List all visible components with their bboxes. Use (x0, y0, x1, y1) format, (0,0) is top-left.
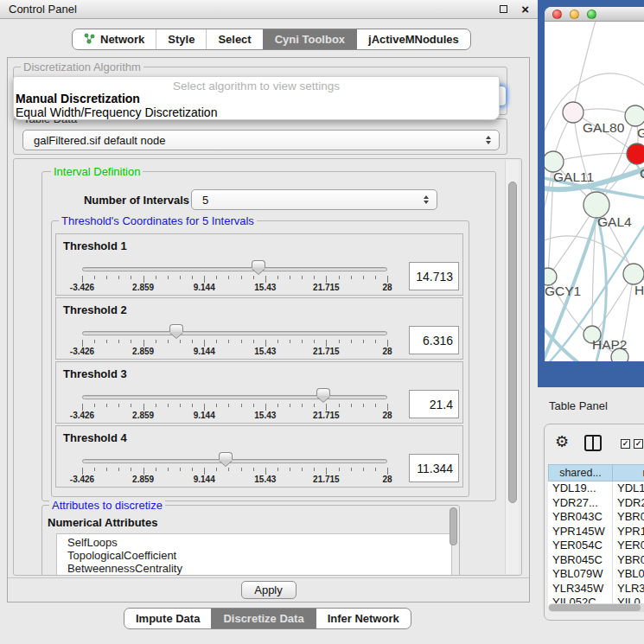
slider-thumb[interactable] (219, 452, 233, 466)
threshold-value-field[interactable]: 6.316 (409, 326, 459, 354)
settings-scrollbar[interactable] (505, 160, 519, 574)
threshold-label: Threshold 4 (63, 431, 127, 444)
table-panel: ⚙ ✓ ✓ shared... na YDL19... YDL1 YDR27..… (544, 424, 644, 621)
cyni-mode-tabbar: Impute Data Discretize Data Infer Networ… (124, 608, 411, 629)
table-row[interactable]: YDR27... YDR2 (548, 496, 644, 511)
table-cell: YPR145W (548, 525, 613, 539)
attributes-group: Attributes to discretize Numerical Attri… (41, 505, 460, 576)
list-scrollbar[interactable] (450, 507, 457, 545)
table-cell: YDL19... (548, 481, 613, 496)
tab-discretize-data[interactable]: Discretize Data (211, 609, 315, 628)
dropdown-prompt-item[interactable]: Select algorithm to view settings (14, 80, 499, 92)
tab-jactivemnodules[interactable]: jActiveMNodules (356, 29, 470, 49)
group-label: Threshold's Coordinates for 5 Intervals (59, 214, 257, 227)
group-label: Attributes to discretize (49, 499, 165, 512)
tab-label: Cyni Toolbox (275, 33, 345, 46)
list-item[interactable]: TopologicalCoefficient (67, 549, 451, 562)
slider-track[interactable] (82, 331, 387, 335)
tab-label: jActiveMNodules (368, 33, 459, 46)
tick-label: 28 (382, 475, 392, 484)
float-icon[interactable] (500, 5, 507, 13)
table-cell: YDR2 (613, 496, 644, 511)
tab-label: Infer Network (328, 612, 399, 625)
table-row[interactable]: YBR043C YBR0 (548, 510, 644, 525)
threshold-label: Threshold 2 (63, 303, 127, 316)
scrollbar-thumb[interactable] (549, 604, 641, 611)
threshold-value-field[interactable]: 14.713 (409, 262, 459, 290)
slider-tick-labels: -3.4262.8599.14415.4321.71528 (82, 475, 387, 485)
threshold-value-field[interactable]: 21.4 (409, 390, 459, 418)
tab-select[interactable]: Select (206, 29, 262, 49)
tab-cyni-toolbox[interactable]: Cyni Toolbox (263, 29, 356, 49)
gear-icon[interactable]: ⚙ (555, 434, 569, 450)
slider-thumb[interactable] (252, 260, 265, 274)
dropdown-option-manual[interactable]: Manual Discretization (14, 92, 499, 106)
table-row[interactable]: YBR045C YBR0 (548, 553, 644, 568)
numerical-attributes-list[interactable]: SelfLoopsTopologicalCoefficientBetweenne… (56, 533, 452, 576)
tab-infer-network[interactable]: Infer Network (316, 609, 411, 628)
checkbox-icon[interactable]: ✓ (634, 439, 643, 449)
table-row[interactable]: YPR145W YPR1 (548, 525, 644, 539)
threshold-value-field[interactable]: 11.344 (409, 454, 459, 482)
apply-button[interactable]: Apply (241, 581, 296, 599)
zoom-traffic-light[interactable] (587, 10, 596, 19)
tick-label: 15.43 (254, 283, 276, 292)
svg-text:HAP2: HAP2 (592, 337, 628, 352)
close-icon[interactable]: × (521, 3, 529, 16)
tick-label: 21.715 (313, 411, 340, 420)
control-panel-tabbar: Network Style Select Cyni Toolbox jActiv… (72, 29, 471, 50)
checkbox-icon[interactable]: ✓ (621, 439, 630, 449)
settings-scrollpane: Interval Definition Number of Intervals … (13, 158, 522, 576)
table-data-combobox[interactable]: galFiltered.sif default node (22, 130, 500, 150)
table-row[interactable]: YLR345W YLR3 (548, 582, 644, 596)
threshold-panel: Threshold 4 -3.4262.8599.14415.4321.7152… (55, 425, 463, 488)
slider-thumb[interactable] (316, 388, 330, 402)
table-row[interactable]: YDL19... YDL1 (548, 481, 644, 496)
list-item[interactable]: BetweennessCentrality (67, 562, 451, 575)
column-header[interactable]: na (613, 464, 644, 481)
dropdown-option-equal-width[interactable]: Equal Width/Frequency Discretization (14, 106, 499, 120)
table-header-row: shared... na (548, 464, 644, 481)
slider-ticks (82, 340, 387, 347)
network-window-titlebar[interactable] (545, 7, 644, 22)
table-row[interactable]: YBL079W YBL0 (548, 567, 644, 582)
table-cell: YBR0 (613, 553, 644, 568)
tick-label: 15.43 (254, 347, 276, 356)
threshold-panel: Threshold 2 -3.4262.8599.14415.4321.7152… (55, 297, 463, 360)
table-rows: YDL19... YDL1 YDR27... YDR2 YBR043C YBR0… (548, 481, 644, 610)
slider-track[interactable] (82, 395, 387, 399)
slider-track[interactable] (82, 267, 387, 271)
slider-track[interactable] (82, 459, 387, 463)
table-row[interactable]: YER054C YER0 (548, 539, 644, 553)
tick-label: 15.43 (254, 411, 276, 420)
tick-label: 28 (382, 411, 392, 420)
network-canvas[interactable]: GAL80GACGAL11GAL4HGCY1HAP2 (545, 22, 644, 361)
threshold-label: Threshold 3 (63, 367, 127, 380)
tick-label: 15.43 (254, 475, 276, 484)
threshold-panel: Threshold 3 -3.4262.8599.14415.4321.7152… (55, 361, 463, 424)
interval-definition-group: Interval Definition Number of Intervals … (41, 171, 496, 501)
close-traffic-light[interactable] (552, 10, 562, 19)
list-item[interactable]: SelfLoops (67, 536, 451, 549)
minimize-traffic-light[interactable] (570, 10, 579, 19)
tick-label: 9.144 (194, 283, 215, 292)
tab-style[interactable]: Style (156, 29, 206, 49)
slider-tick-labels: -3.4262.8599.14415.4321.71528 (82, 411, 387, 421)
tab-network[interactable]: Network (73, 29, 156, 49)
combo-stepper-icon (424, 195, 429, 204)
tab-impute-data[interactable]: Impute Data (124, 609, 211, 628)
tick-label: 21.715 (313, 347, 340, 356)
tick-label: 28 (382, 347, 392, 356)
thresholds-group: Threshold's Coordinates for 5 Intervals … (51, 220, 469, 497)
tick-label: 2.859 (132, 411, 154, 420)
table-hscrollbar[interactable] (548, 603, 644, 612)
threshold-panel: Threshold 1 -3.4262.8599.14415.4321.7152… (55, 233, 463, 296)
combo-stepper-icon (486, 136, 491, 144)
scrollbar-thumb[interactable] (508, 182, 517, 503)
column-header[interactable]: shared... (548, 464, 613, 481)
slider-thumb[interactable] (169, 324, 183, 338)
number-of-intervals-combobox[interactable]: 5 (191, 189, 437, 210)
group-label: Interval Definition (51, 165, 143, 178)
column-layout-icon[interactable] (584, 435, 602, 451)
node-table: shared... na YDL19... YDL1 YDR27... YDR2… (548, 464, 644, 610)
